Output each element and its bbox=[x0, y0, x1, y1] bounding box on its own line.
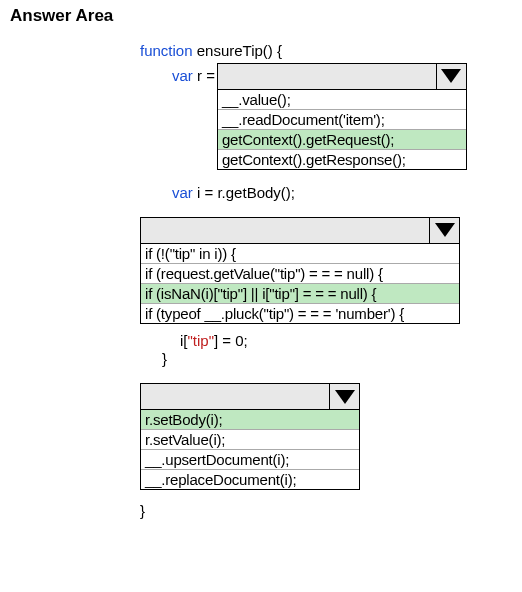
dd3-option[interactable]: r.setValue(i); bbox=[141, 429, 359, 449]
dd2-option[interactable]: if (typeof __.pluck("tip") = = = 'number… bbox=[141, 303, 459, 323]
dd1-option[interactable]: __.value(); bbox=[218, 90, 466, 109]
keyword-var: var bbox=[172, 67, 193, 84]
dd1-option[interactable]: getContext().getResponse(); bbox=[218, 149, 466, 169]
dropdown-1[interactable]: __.value();__.readDocument('item');getCo… bbox=[217, 63, 467, 170]
dd3-option[interactable]: __.replaceDocument(i); bbox=[141, 469, 359, 489]
dropdown-2[interactable]: if (!("tip" in i)) {if (request.getValue… bbox=[140, 217, 460, 324]
keyword-var: var bbox=[172, 184, 193, 201]
keyword-function: function bbox=[140, 42, 193, 59]
r-equals: r = bbox=[193, 67, 215, 84]
tip-assign-post: ] = 0; bbox=[214, 332, 248, 349]
dropdown-1-head[interactable] bbox=[218, 64, 466, 90]
page-title: Answer Area bbox=[10, 6, 512, 26]
dd2-option[interactable]: if (request.getValue("tip") = = = null) … bbox=[141, 263, 459, 283]
dd1-option[interactable]: getContext().getRequest(); bbox=[218, 129, 466, 149]
dd1-option[interactable]: __.readDocument('item'); bbox=[218, 109, 466, 129]
chevron-down-icon bbox=[335, 390, 355, 404]
chevron-down-icon bbox=[435, 223, 455, 237]
dropdown-2-head[interactable] bbox=[141, 218, 459, 244]
dd2-option[interactable]: if (!("tip" in i)) { bbox=[141, 244, 459, 263]
tip-string: "tip" bbox=[188, 332, 215, 349]
fn-name: ensureTip() { bbox=[193, 42, 282, 59]
dd3-option[interactable]: __.upsertDocument(i); bbox=[141, 449, 359, 469]
tip-assign-pre: i[ bbox=[180, 332, 188, 349]
i-equals: i = r.getBody(); bbox=[193, 184, 295, 201]
code-area: function ensureTip() { var r = __.value(… bbox=[10, 42, 512, 521]
dropdown-3[interactable]: r.setBody(i);r.setValue(i);__.upsertDocu… bbox=[140, 383, 360, 490]
brace-close: } bbox=[162, 350, 167, 367]
dropdown-2-button[interactable] bbox=[429, 218, 459, 243]
dropdown-3-head[interactable] bbox=[141, 384, 359, 410]
dd3-option[interactable]: r.setBody(i); bbox=[141, 410, 359, 429]
dd2-option[interactable]: if (isNaN(i)["tip"] || i["tip"] = = = nu… bbox=[141, 283, 459, 303]
dropdown-1-button[interactable] bbox=[436, 64, 466, 89]
dropdown-3-button[interactable] bbox=[329, 384, 359, 409]
brace-close-outer: } bbox=[140, 502, 145, 519]
chevron-down-icon bbox=[441, 69, 461, 83]
